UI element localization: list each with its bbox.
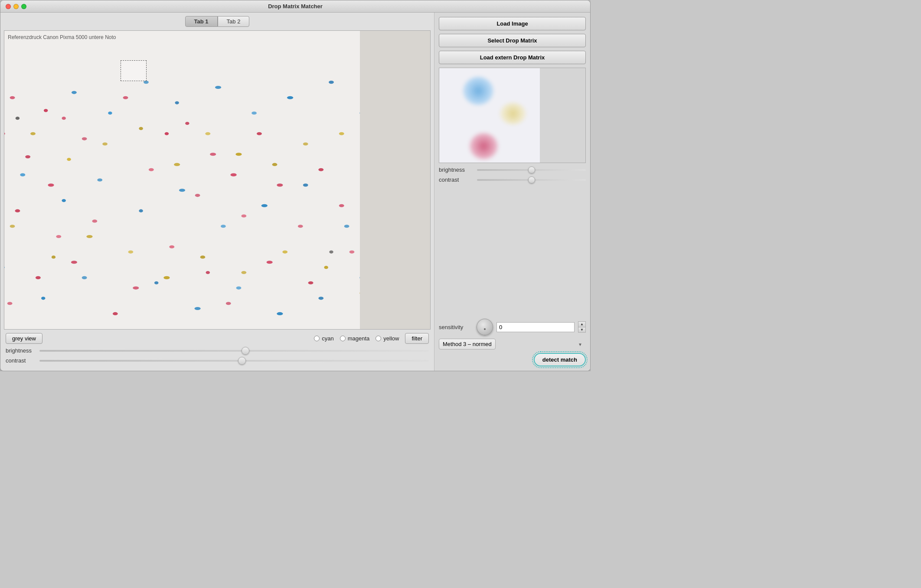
magenta-radio-group: magenta [340,335,370,342]
blob-blue [463,77,493,105]
stepper-up-button[interactable]: ▲ [578,322,585,327]
sensitivity-knob[interactable] [477,319,493,335]
close-button[interactable] [6,4,11,9]
selection-box[interactable] [121,60,147,81]
drop-matrix-preview [439,68,586,163]
contrast-slider-row: contrast [6,357,429,364]
svg-point-31 [267,261,273,264]
svg-point-24 [318,168,323,171]
tab-2[interactable]: Tab 2 [218,16,250,27]
svg-point-4 [25,155,30,158]
left-panel: Tab 1 Tab 2 Referenzdruck Canon Pixma 50… [0,13,434,371]
right-contrast-slider[interactable] [477,179,586,181]
svg-point-15 [149,168,154,171]
svg-point-59 [194,307,200,310]
maximize-button[interactable] [21,4,26,9]
svg-point-32 [308,281,314,284]
right-contrast-row: contrast [439,176,586,183]
svg-point-20 [257,132,262,135]
svg-point-19 [231,173,237,176]
load-extern-button[interactable]: Load extern Drop Matrix [439,51,586,64]
svg-point-88 [329,251,333,254]
svg-point-82 [241,271,246,274]
svg-point-43 [287,96,293,99]
svg-point-9 [56,235,61,238]
svg-point-1 [10,96,15,99]
svg-rect-0 [4,31,360,329]
svg-point-79 [128,251,133,254]
method-select[interactable]: Method 1 Method 2 Method 3 – normed Meth… [439,339,496,350]
dot-pattern: Referenzdruck Canon Pixma 5000 untere No… [4,31,360,329]
detect-match-button[interactable]: detect match [534,353,586,366]
yellow-label: yellow [383,335,399,342]
svg-point-47 [62,199,65,202]
sensitivity-label: sensitivity [439,324,473,330]
svg-point-73 [303,142,308,145]
filter-button[interactable]: filter [405,333,429,344]
svg-point-80 [163,276,170,279]
contrast-slider[interactable] [39,360,429,362]
svg-point-46 [20,173,25,176]
contrast-label: contrast [6,357,36,364]
svg-point-78 [86,235,92,238]
svg-point-40 [175,101,179,105]
select-drop-matrix-button[interactable]: Select Drop Matrix [439,34,586,47]
magenta-radio[interactable] [340,336,346,341]
svg-point-76 [10,225,15,228]
svg-point-50 [179,189,185,192]
svg-point-67 [102,142,108,145]
svg-point-25 [339,204,344,207]
image-area: Referenzdruck Canon Pixma 5000 untere No… [4,30,431,330]
svg-point-51 [221,225,226,228]
svg-point-44 [329,81,334,84]
right-brightness-slider[interactable] [477,169,586,171]
svg-point-49 [139,209,143,212]
svg-point-23 [298,225,303,228]
svg-point-68 [139,127,143,130]
main-window: Drop Matrix Matcher Tab 1 Tab 2 Referenz… [0,0,591,371]
sensitivity-input[interactable] [496,322,575,332]
svg-point-69 [174,163,180,166]
svg-point-87 [16,117,20,120]
grey-view-button[interactable]: grey view [6,333,42,344]
cyan-radio[interactable] [314,336,320,341]
right-brightness-label: brightness [439,167,474,173]
side-image-area [360,31,430,329]
svg-point-18 [195,194,200,197]
svg-point-37 [72,91,77,94]
sensitivity-row: sensitivity ▲ ▼ [439,319,586,335]
svg-point-2 [44,109,48,112]
brightness-label: brightness [6,347,36,354]
svg-point-54 [344,225,349,228]
controls-row: grey view cyan magenta yellow [6,333,429,344]
svg-point-27 [169,245,174,248]
right-brightness-row: brightness [439,167,586,173]
cyan-radio-group: cyan [314,335,333,342]
svg-point-53 [303,183,308,186]
preview-main [439,68,540,163]
dots-svg [4,31,360,329]
magenta-label: magenta [348,335,370,342]
yellow-radio-group: yellow [376,335,399,342]
svg-point-39 [144,81,149,84]
svg-point-56 [41,297,45,300]
svg-point-13 [123,96,128,99]
svg-point-65 [30,132,36,135]
svg-point-30 [226,302,231,305]
load-image-button[interactable]: Load Image [439,17,586,30]
svg-point-11 [92,219,97,222]
svg-point-58 [154,281,158,284]
method-row: Method 1 Method 2 Method 3 – normed Meth… [439,339,586,350]
svg-point-16 [185,122,189,125]
minimize-button[interactable] [13,4,19,9]
brightness-slider[interactable] [39,350,429,352]
yellow-radio[interactable] [376,336,381,341]
svg-point-36 [113,312,118,315]
main-content: Tab 1 Tab 2 Referenzdruck Canon Pixma 50… [0,13,590,371]
cyan-label: cyan [322,335,333,342]
svg-point-74 [339,132,344,135]
svg-point-72 [272,163,278,166]
svg-point-60 [236,287,242,290]
tab-1[interactable]: Tab 1 [185,16,218,27]
stepper-down-button[interactable]: ▼ [578,327,585,333]
